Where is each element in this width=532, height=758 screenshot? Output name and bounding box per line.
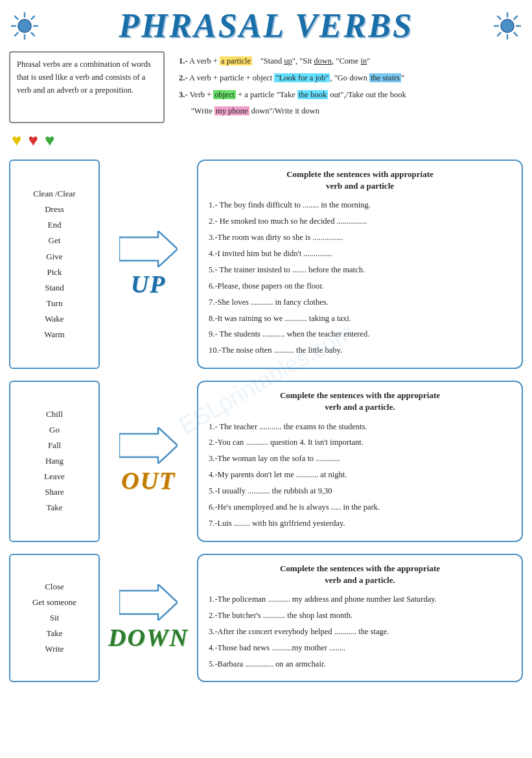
exercise-item: 2.- He smoked too much so he decided ...… <box>209 215 511 229</box>
verb-item: Leave <box>19 469 89 484</box>
rules-box: 1.- A verb + a particle "Stand up", "Sit… <box>174 51 523 123</box>
verb-item: End <box>19 217 89 233</box>
exercise-title-out: Complete the sentences with the appropri… <box>209 390 511 413</box>
heart-red: ♥ <box>28 131 38 150</box>
exercise-item: 4.-Those bad news ..........my mother ..… <box>209 641 511 656</box>
verb-item: Share <box>19 484 89 500</box>
exercise-item: 4.-I invited him but he didn't .........… <box>209 247 511 261</box>
arrow-icon-up <box>119 231 178 267</box>
arrow-icon-down <box>119 584 178 621</box>
verb-item: Get <box>19 233 89 248</box>
verb-item: Hang <box>19 453 89 469</box>
page-title: PHRASAL VERBS <box>119 6 413 45</box>
highlight-stairs: the stairs <box>369 73 401 82</box>
exercise-item: 8.-It was raining so we ........... taki… <box>209 312 511 326</box>
rule-3: 3.- Verb + object + a particle "Take the… <box>179 88 518 103</box>
svg-line-15 <box>514 32 517 36</box>
verb-item: Write <box>19 641 89 657</box>
svg-line-16 <box>514 16 517 19</box>
sun-left-icon <box>9 10 40 41</box>
arrow-down: DOWN <box>106 554 191 683</box>
exercise-item: 7.-Luis ........ with his girlfriend yes… <box>209 517 511 531</box>
highlight-phone: my phone <box>214 106 249 115</box>
exercise-item: 10.-The noise often .......... the littl… <box>209 344 511 358</box>
definition-text: Phrasal verbs are a combination of words… <box>17 60 151 95</box>
svg-point-9 <box>501 19 514 32</box>
exercise-item: 6.-Please, those papers on the floor. <box>209 279 511 294</box>
exercise-item: 1.- The boy finds difficult to ........ … <box>209 198 511 213</box>
verb-item: Chill <box>19 407 89 422</box>
exercise-item: 6.-He's unemployed and he is always ....… <box>209 501 511 515</box>
section-down: Close Get someone Sit Take Write DOWN Co… <box>9 554 523 683</box>
exercise-title-down: Complete the sentences with the appropri… <box>209 563 511 586</box>
exercise-item: 4.-My parents don't let me ........... a… <box>209 468 511 482</box>
verb-list-down: Close Get someone Sit Take Write <box>9 554 100 683</box>
verb-item: Get someone <box>19 595 89 610</box>
exercise-item: 5.- The trainer insisted to ....... befo… <box>209 263 511 278</box>
verb-item: Turn <box>19 296 89 311</box>
svg-point-0 <box>18 19 31 32</box>
rule-2: 2.- A verb + particle + object "Look for… <box>179 71 518 86</box>
arrow-out: OUT <box>106 381 191 542</box>
verb-item: Go <box>19 422 89 438</box>
svg-line-6 <box>32 32 35 36</box>
svg-marker-20 <box>119 584 178 621</box>
exercise-item: 2.-You can ........... question 4. It is… <box>209 436 511 450</box>
exercise-item: 3.-The woman lay on the sofa to ........… <box>209 452 511 466</box>
heart-green: ♥ <box>45 131 54 150</box>
section-up: Clean /Clear Dress End Get Give Pick Sta… <box>9 160 523 369</box>
exercise-item: 1.- The teacher ........... the exams to… <box>209 420 511 434</box>
verb-list-out: Chill Go Fall Hang Leave Share Take <box>9 381 100 542</box>
exercise-item: 5.-I usually ........... the rubbish at … <box>209 484 511 499</box>
exercise-out: Complete the sentences with the appropri… <box>197 381 523 542</box>
svg-line-17 <box>498 32 501 36</box>
verb-item: Close <box>19 579 89 595</box>
exercise-item: 1.-The policeman ........... my address … <box>209 593 511 607</box>
top-section: Phrasal verbs are a combination of words… <box>9 51 523 123</box>
arrow-icon-out <box>119 427 178 464</box>
highlight-object: object <box>213 90 236 99</box>
verb-item: Pick <box>19 265 89 280</box>
heart-yellow: ♥ <box>12 131 21 150</box>
exercise-item: 7.-She loves ........... in fancy clothe… <box>209 296 511 310</box>
exercise-item: 2.-The butcher's ........... the shop la… <box>209 609 511 623</box>
verb-list-up: Clean /Clear Dress End Get Give Pick Sta… <box>9 160 100 369</box>
verb-item: Dress <box>19 202 89 217</box>
verb-item: Fall <box>19 438 89 453</box>
rule-1: 1.- A verb + a particle "Stand up", "Sit… <box>179 54 518 69</box>
exercise-item: 5.-Barbara .............. on an armchair… <box>209 657 511 672</box>
svg-line-5 <box>15 16 18 19</box>
verb-item: Take <box>19 500 89 515</box>
section-out: Chill Go Fall Hang Leave Share Take OUT … <box>9 381 523 542</box>
exercise-down: Complete the sentences with the appropri… <box>197 554 523 683</box>
header: PHRASAL VERBS <box>9 6 523 45</box>
svg-line-14 <box>498 16 501 19</box>
verb-item: Stand <box>19 280 89 296</box>
word-down: DOWN <box>108 623 189 652</box>
svg-marker-18 <box>119 231 178 267</box>
exercise-title-up: Complete the sentences with appropriatev… <box>209 169 511 192</box>
highlight-job: "Look for a job" <box>274 73 330 82</box>
exercise-item: 3.-The room was dirty so she is ........… <box>209 231 511 245</box>
highlight-book: the book <box>297 90 328 99</box>
definition-box: Phrasal verbs are a combination of words… <box>9 51 165 123</box>
sun-right-icon <box>492 10 523 41</box>
hearts-row: ♥ ♥ ♥ <box>9 131 523 150</box>
exercise-item: 9.- The students ........... when the te… <box>209 327 511 342</box>
svg-line-8 <box>15 32 18 36</box>
svg-line-7 <box>32 16 35 19</box>
verb-item: Give <box>19 249 89 265</box>
exercise-up: Complete the sentences with appropriatev… <box>197 160 523 369</box>
svg-marker-19 <box>119 427 178 464</box>
verb-item: Clean /Clear <box>19 186 89 202</box>
highlight-particle: a particle <box>220 56 252 65</box>
exercise-item: 3.-After the concert everybody helped ..… <box>209 625 511 639</box>
rule-4: "Write my phone down"/Write it down <box>179 104 518 119</box>
arrow-up: UP <box>106 160 191 369</box>
verb-item: Sit <box>19 610 89 626</box>
word-out: OUT <box>121 466 176 495</box>
verb-item: Take <box>19 626 89 641</box>
word-up: UP <box>131 270 167 298</box>
verb-item: Warm <box>19 327 89 342</box>
verb-item: Wake <box>19 311 89 327</box>
